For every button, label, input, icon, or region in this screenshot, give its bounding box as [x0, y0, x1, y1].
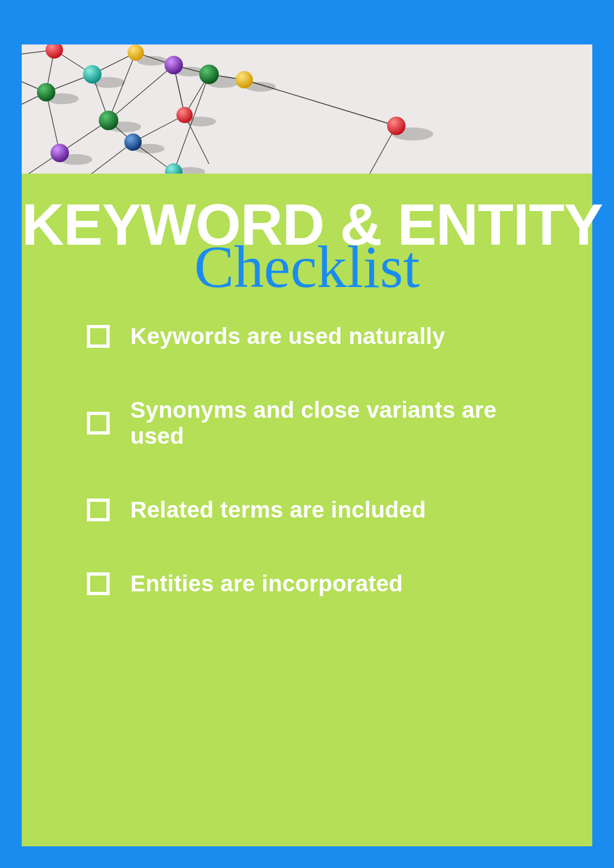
checkbox[interactable] — [87, 572, 110, 595]
checklist-item: Related terms are included — [87, 497, 549, 523]
checkbox[interactable] — [87, 499, 110, 521]
svg-point-21 — [176, 107, 193, 123]
checkbox[interactable] — [87, 412, 110, 435]
svg-point-18 — [236, 71, 253, 88]
checkbox[interactable] — [87, 325, 110, 348]
svg-point-22 — [124, 133, 142, 151]
pin-network-illustration — [22, 44, 592, 175]
svg-point-19 — [37, 83, 55, 101]
svg-point-17 — [199, 65, 219, 84]
svg-point-14 — [83, 65, 102, 84]
checklist-items: Keywords are used naturally Synonyms and… — [22, 291, 592, 597]
svg-rect-0 — [22, 44, 592, 175]
svg-point-25 — [387, 117, 406, 135]
title-block: KEYWORD & ENTITY Checklist — [22, 174, 592, 291]
checklist-item-label: Related terms are included — [130, 497, 426, 523]
checklist-item-label: Keywords are used naturally — [130, 323, 445, 349]
checklist-card: KEYWORD & ENTITY Checklist Keywords are … — [22, 174, 592, 846]
hero-image — [22, 44, 592, 175]
svg-point-20 — [99, 111, 118, 130]
checklist-item: Synonyms and close variants are used — [87, 397, 549, 449]
svg-point-16 — [164, 56, 183, 74]
checklist-item-label: Entities are incorporated — [130, 571, 403, 597]
checklist-item: Keywords are used naturally — [87, 323, 549, 349]
checklist-item-label: Synonyms and close variants are used — [130, 397, 549, 449]
svg-point-15 — [128, 44, 144, 61]
checklist-item: Entities are incorporated — [87, 571, 549, 597]
svg-point-23 — [50, 144, 69, 162]
